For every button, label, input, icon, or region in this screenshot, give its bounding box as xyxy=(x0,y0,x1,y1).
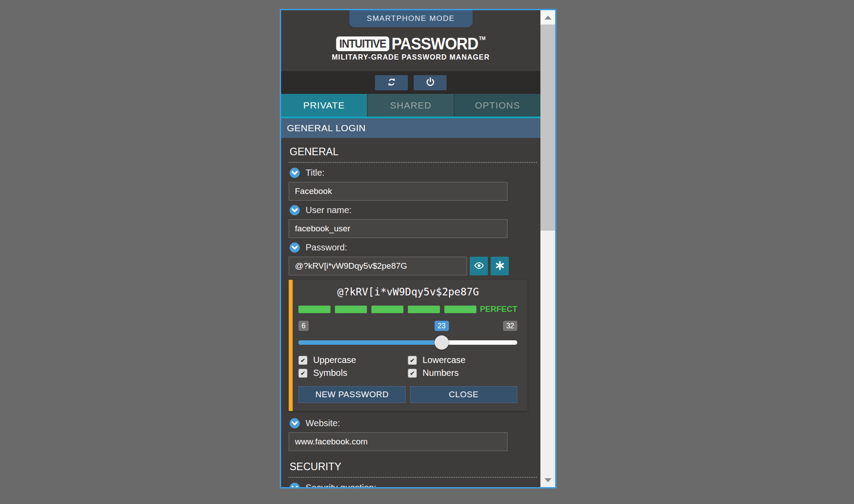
security-question-label-text: Security question: xyxy=(306,483,376,487)
asterisk-icon xyxy=(495,260,505,272)
title-field-label: Title: xyxy=(289,167,537,178)
website-label-text: Website: xyxy=(306,418,340,428)
length-slider[interactable] xyxy=(298,335,517,350)
length-current-badge: 23 xyxy=(435,321,449,331)
chevron-down-circle-icon[interactable] xyxy=(289,205,300,216)
scrollbar-down-button[interactable] xyxy=(540,473,555,487)
entry-form: GENERAL Title: User name: xyxy=(281,138,540,487)
option-symbols: ✔ Symbols xyxy=(298,368,408,378)
tab-options[interactable]: OPTIONS xyxy=(454,94,540,117)
title-label-text: Title: xyxy=(306,168,325,178)
logo-password-word: PASSWORD xyxy=(391,35,478,52)
strength-segment xyxy=(371,306,403,313)
password-label-text: Password: xyxy=(306,242,347,253)
check-icon: ✔ xyxy=(410,370,415,376)
refresh-icon xyxy=(387,77,397,89)
strength-meter: PERFECT xyxy=(298,305,517,314)
slider-thumb[interactable] xyxy=(435,335,449,350)
tab-bar: PRIVATE SHARED OPTIONS xyxy=(281,94,540,117)
tab-private[interactable]: PRIVATE xyxy=(281,94,367,117)
main-column: SMARTPHONE MODE INTUITIVE PASSWORD TM MI… xyxy=(281,10,540,487)
check-icon: ✔ xyxy=(300,370,306,376)
toolbar xyxy=(281,71,540,94)
username-input[interactable] xyxy=(289,219,508,238)
password-manager-window: SMARTPHONE MODE INTUITIVE PASSWORD TM MI… xyxy=(280,9,556,488)
generator-buttons: NEW PASSWORD CLOSE xyxy=(298,386,517,403)
logout-power-button[interactable] xyxy=(414,75,447,90)
generate-password-button[interactable] xyxy=(491,257,509,275)
option-label: Symbols xyxy=(313,368,347,378)
strength-label: PERFECT xyxy=(480,305,517,314)
chevron-down-circle-icon[interactable] xyxy=(289,418,300,429)
slider-fill xyxy=(298,340,442,345)
logo-subtitle: MILITARY-GRADE PASSWORD MANAGER xyxy=(289,53,532,62)
entry-title: GENERAL LOGIN xyxy=(287,123,366,133)
option-label: Lowercase xyxy=(423,355,466,365)
length-max-badge: 32 xyxy=(503,321,517,331)
entry-title-bar: GENERAL LOGIN xyxy=(281,118,540,138)
length-badges: 6 23 32 xyxy=(298,321,517,333)
username-field-label: User name: xyxy=(289,205,537,216)
smartphone-mode-label: SMARTPHONE MODE xyxy=(367,14,455,23)
generator-accent-bar xyxy=(289,280,293,411)
desktop-background: SMARTPHONE MODE INTUITIVE PASSWORD TM MI… xyxy=(0,0,854,504)
strength-segment xyxy=(298,306,330,313)
vertical-scrollbar[interactable] xyxy=(540,10,555,487)
arrow-up-icon xyxy=(544,16,552,20)
tab-shared[interactable]: SHARED xyxy=(367,94,454,117)
check-icon: ✔ xyxy=(410,357,415,363)
website-input[interactable] xyxy=(289,432,508,451)
strength-segment xyxy=(408,306,440,313)
generator-options: ✔ Uppercase ✔ Lowercase ✔ Symbols xyxy=(298,354,517,379)
refresh-button[interactable] xyxy=(375,75,408,90)
option-label: Numbers xyxy=(423,368,459,378)
website-field-label: Website: xyxy=(289,418,537,429)
section-heading-security: SECURITY xyxy=(289,459,537,478)
title-input[interactable] xyxy=(289,182,508,201)
app-logo: INTUITIVE PASSWORD TM MILITARY-GRADE PAS… xyxy=(289,35,532,62)
close-generator-button[interactable]: CLOSE xyxy=(410,386,517,403)
password-row xyxy=(289,257,537,275)
power-icon xyxy=(425,77,435,89)
strength-segments xyxy=(298,306,476,313)
uppercase-checkbox[interactable]: ✔ xyxy=(298,356,307,365)
length-min-badge: 6 xyxy=(298,321,309,331)
new-password-button[interactable]: NEW PASSWORD xyxy=(298,386,406,403)
section-heading-general: GENERAL xyxy=(289,144,537,163)
arrow-down-icon xyxy=(544,478,552,482)
eye-icon xyxy=(474,260,484,272)
strength-segment xyxy=(444,306,476,313)
strength-segment xyxy=(335,306,367,313)
app-header: SMARTPHONE MODE INTUITIVE PASSWORD TM MI… xyxy=(281,10,540,71)
check-icon: ✔ xyxy=(300,357,306,363)
chevron-down-circle-icon[interactable] xyxy=(289,482,300,487)
chevron-down-circle-icon[interactable] xyxy=(289,242,300,253)
security-question-field-label: Security question: xyxy=(289,482,537,487)
option-lowercase: ✔ Lowercase xyxy=(408,355,517,365)
symbols-checkbox[interactable]: ✔ xyxy=(298,369,307,378)
generated-password-text: @?kRV[i*vW9Dqy5v$2pe87G xyxy=(298,286,518,298)
password-input[interactable] xyxy=(289,257,467,275)
username-label-text: User name: xyxy=(306,205,351,215)
lowercase-checkbox[interactable]: ✔ xyxy=(408,356,417,365)
password-field-label: Password: xyxy=(289,242,537,253)
scrollbar-up-button[interactable] xyxy=(540,10,555,24)
chevron-down-circle-icon[interactable] xyxy=(289,167,300,178)
trademark-mark: TM xyxy=(479,36,486,41)
option-label: Uppercase xyxy=(313,355,356,365)
option-uppercase: ✔ Uppercase xyxy=(298,355,408,365)
show-password-button[interactable] xyxy=(470,257,488,275)
logo-intuitive-badge: INTUITIVE xyxy=(336,36,389,51)
option-numbers: ✔ Numbers xyxy=(408,368,517,378)
logo-row: INTUITIVE PASSWORD TM xyxy=(289,35,532,52)
password-generator-panel: @?kRV[i*vW9Dqy5v$2pe87G PERFECT xyxy=(289,280,528,411)
numbers-checkbox[interactable]: ✔ xyxy=(408,369,417,378)
generator-body: @?kRV[i*vW9Dqy5v$2pe87G PERFECT xyxy=(293,280,528,411)
smartphone-mode-badge: SMARTPHONE MODE xyxy=(349,10,472,27)
scrollbar-thumb[interactable] xyxy=(540,24,555,230)
